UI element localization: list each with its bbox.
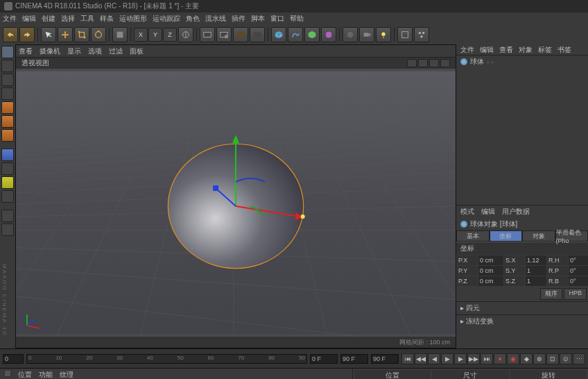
vp-menu-display[interactable]: 显示 [67,47,81,56]
mat-tab-position[interactable]: 位置 [18,370,32,379]
texture-mode-button[interactable] [1,60,14,72]
render-queue-button[interactable] [250,27,265,42]
menu-tools[interactable]: 工具 [80,14,94,24]
record-button[interactable]: ● [494,353,506,364]
mat-tab-texture[interactable]: 纹理 [60,370,74,379]
planar-workplane-button[interactable] [1,224,14,236]
snap-button[interactable] [1,176,14,189]
py-input[interactable]: 0 cm [478,266,503,276]
goto-end-button[interactable]: ⏭ [481,353,493,364]
key-position-button[interactable]: ⊕ [533,353,546,364]
prev-key-button[interactable]: ◀◀ [415,353,427,364]
camera-button[interactable] [359,27,374,42]
vp-nav-pan-icon[interactable] [407,59,417,67]
axis-z-toggle[interactable]: Z [163,28,177,42]
next-frame-button[interactable]: ▶ [454,353,467,364]
generator-button[interactable] [304,27,320,42]
menu-tracking[interactable]: 运动跟踪 [153,14,180,24]
sy-input[interactable]: 1 [526,266,546,276]
locked-workplane-button[interactable] [1,210,14,222]
freeze-transform-section[interactable]: ▸ 冻结变换 [456,314,588,328]
play-forward-button[interactable]: ▶ [441,353,453,364]
tab-object[interactable]: 对象 [522,230,555,242]
viewport-3d[interactable] [16,69,456,337]
timeline-end-input[interactable] [371,354,399,364]
light-button[interactable] [376,27,391,42]
key-rotation-button[interactable]: ⊙ [560,353,572,364]
model-mode-button[interactable] [1,46,14,58]
recent-tool[interactable] [112,27,128,42]
tab-phong[interactable]: 平滑着色(Pho [555,230,589,242]
material-slot-icon[interactable] [4,370,11,377]
timeline-track[interactable]: 0 10 20 30 40 50 60 70 80 90 [26,354,307,364]
scale-tool[interactable] [74,27,89,42]
vp-menu-options[interactable]: 选项 [88,47,102,56]
workplane-button[interactable] [1,190,14,203]
vp-menu-panel[interactable]: 面板 [130,47,144,56]
move-tool[interactable] [58,27,73,42]
edge-mode-button[interactable] [1,115,14,128]
om-tab-object[interactable]: 对象 [519,45,533,55]
order-dropdown[interactable]: HPB [564,288,587,300]
attr-tab-mode[interactable]: 模式 [460,207,474,217]
scene-button[interactable] [397,27,413,42]
attr-tab-userdata[interactable]: 用户数据 [502,207,530,217]
mat-tab-function[interactable]: 功能 [39,370,53,379]
viewport-solo-button[interactable] [1,162,14,175]
menu-plugins[interactable]: 插件 [232,14,245,24]
menu-character[interactable]: 角色 [186,14,200,24]
vp-nav-zoom-icon[interactable] [418,59,428,67]
rotate-tool[interactable] [91,27,106,42]
timeline-out-input[interactable] [340,354,368,364]
om-tab-file[interactable]: 文件 [460,45,474,55]
om-tab-view[interactable]: 查看 [499,45,513,55]
redo-button[interactable] [19,27,35,42]
menu-help[interactable]: 帮助 [290,14,304,24]
enable-axis-button[interactable] [1,149,14,161]
om-tab-bookmarks[interactable]: 书签 [557,45,571,55]
key-param-button[interactable]: ⋯ [573,353,585,364]
cube-primitive-button[interactable] [271,27,286,42]
object-mode-button[interactable] [1,74,14,86]
vp-nav-maximize-icon[interactable] [440,59,450,67]
polygon-mode-button[interactable] [1,129,14,142]
sx-input[interactable]: 1.12 [526,255,546,265]
autokey-button[interactable]: ◉ [507,353,519,364]
object-row-sphere[interactable]: 球体 ◦ ◦ [456,56,588,68]
menu-file[interactable]: 文件 [3,14,17,24]
key-scale-button[interactable]: ⊡ [546,353,559,364]
environment-button[interactable] [343,27,358,42]
rh-input[interactable]: 0° [569,255,588,265]
menu-edit[interactable]: 编辑 [22,14,36,24]
animation-mode-button[interactable] [1,87,14,100]
tab-coord[interactable]: 坐标 [490,230,523,242]
menu-script[interactable]: 脚本 [251,14,265,24]
point-mode-button[interactable] [1,101,14,114]
select-tool[interactable] [41,27,56,42]
render-view-button[interactable] [200,27,215,42]
deformer-button[interactable] [321,27,336,42]
axis-y-toggle[interactable]: Y [148,28,162,42]
next-key-button[interactable]: ▶▶ [467,353,480,364]
menu-window[interactable]: 窗口 [270,14,284,24]
quaternion-section[interactable]: ▸ 四元 [456,301,588,314]
prev-frame-button[interactable]: ◀ [428,353,440,364]
picture-viewer-button[interactable] [233,27,248,42]
timeline-in-input[interactable] [310,354,338,364]
menu-mograph[interactable]: 运动图形 [119,14,147,24]
vp-menu-filter[interactable]: 过滤 [109,47,123,56]
timeline-start-input[interactable] [3,354,24,364]
spline-button[interactable] [288,27,303,42]
px-input[interactable]: 0 cm [478,255,503,265]
axis-x-toggle[interactable]: X [134,28,148,42]
pz-input[interactable]: 0 cm [478,276,503,286]
rb-input[interactable]: 0° [569,276,588,286]
vp-menu-camera[interactable]: 摄像机 [40,47,60,56]
menu-select[interactable]: 选择 [61,14,75,24]
attr-tab-edit[interactable]: 编辑 [481,207,495,217]
tab-basic[interactable]: 基本 [456,230,490,242]
mograph-button[interactable] [414,27,429,42]
vp-menu-view[interactable]: 查看 [19,47,33,56]
coord-system-button[interactable] [178,27,193,42]
menu-pipeline[interactable]: 流水线 [205,14,226,24]
